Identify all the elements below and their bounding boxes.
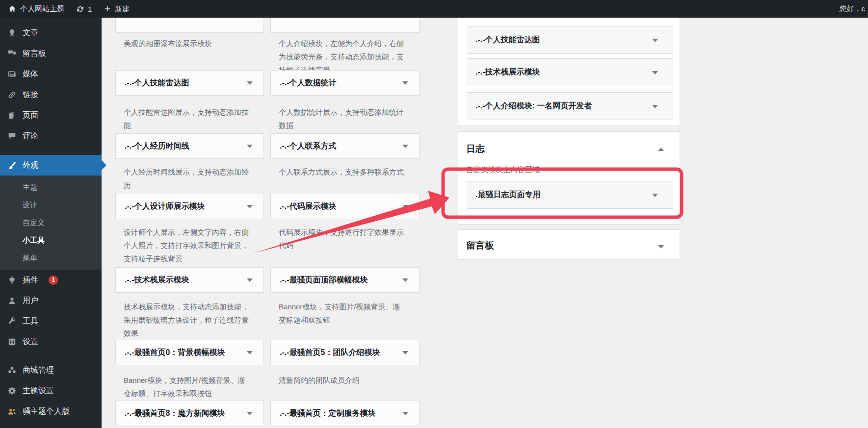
sidebar-item-label: 插件 [23,275,38,285]
sidebar-item-comments[interactable]: 评论 [0,126,102,146]
updates-indicator[interactable]: 1 [70,0,98,18]
widget-area-panel-top: .-.-个人技能雷达图.-.-技术栈展示模块.-.-个人介绍模块: 一名网页开发… [458,0,680,126]
menu-separator [0,146,102,155]
wrench-icon [7,317,17,326]
widget-title: .最骚日志页面专用 [467,190,540,200]
sidebar-item-appearance[interactable]: 外观 [0,155,102,176]
sidebar-item-sao-theme[interactable]: 骚主题个人版 [0,401,102,422]
available-widget-box[interactable]: .-.-个人数据统计 [270,70,420,96]
placed-widget-box[interactable]: .-.-个人技能雷达图 [467,26,673,54]
users-gold-icon [7,406,17,416]
update-icon [76,5,84,13]
available-widget-box[interactable]: .-.-代码展示模块 [270,194,420,219]
comment-icon [7,131,17,141]
available-widget-box[interactable]: .-.-技术栈展示模块 [115,267,264,293]
chevron-down-icon [402,145,408,148]
plugin-icon [7,275,17,285]
submenu-item-0[interactable]: 主题 [0,178,102,196]
widget-description: 个人数据统计展示，支持动态添加统计数据 [279,105,407,132]
chevron-down-icon [402,205,408,208]
submenu-item-1[interactable]: 设计 [0,196,102,214]
user-icon [7,296,17,305]
sidebar-item-label: 工具 [23,316,38,327]
placed-widget-box[interactable]: .-.-技术栈展示模块 [467,58,673,86]
chevron-down-icon [658,245,664,249]
chevron-down-icon [402,278,408,282]
sidebar-item-pages[interactable]: 页面 [0,105,102,126]
sliders-icon [7,337,17,347]
widget-description: 技术栈展示模块，支持动态添加技能，采用磨砂玻璃方块设计，粒子连线背景效果 [124,300,252,340]
sidebar-item-links[interactable]: 链接 [0,84,102,105]
admin-bar: 个人网站主题 1 新建 您好，c [0,0,868,18]
comment-icon [7,131,17,141]
new-label: 新建 [115,4,130,14]
appearance-submenu: 主题设计自定义小工具菜单 [0,176,102,270]
sidebar-item-settings[interactable]: 设置 [0,331,102,352]
sidebar-item-plugins[interactable]: 插件1 [0,270,102,290]
widget-title: .-.-个人介绍模块: 一名网页开发者 [467,101,592,111]
widget-area-message-board: 留言板 [458,229,680,260]
submenu-item-2[interactable]: 自定义 [0,214,102,231]
available-widget-box[interactable]: .-.-最骚首页：定制服务模块 [270,401,420,426]
widget-title: .-.-最骚首页0：背景横幅模块 [116,348,225,358]
available-widget-box[interactable]: .-.-个人技能雷达图 [115,70,264,96]
sidebar-item-label: 外观 [23,160,38,171]
widget-description: 个人经历时间线展示，支持动态添加经历 [124,165,252,192]
media-icon [7,70,17,79]
chevron-down-icon [402,81,408,85]
chevron-down-icon [652,194,658,197]
placed-widget-box[interactable]: .最骚日志页面专用 [467,181,673,209]
sidebar-item-label: 留言板 [23,49,46,59]
chevron-down-icon [402,412,408,415]
wrench-icon [7,316,17,326]
widget-title: .-.-技术栈展示模块 [467,67,540,77]
collapse-toggle[interactable] [655,242,665,252]
available-widget-box[interactable]: .-.-最骚首页0：背景横幅模块 [115,340,264,365]
chevron-down-icon [247,205,253,208]
widget-description: Banner模块，支持图片/视频背景、渐变标题和双按钮 [279,300,407,327]
widget-title: .-.-技术栈展示模块 [116,275,189,285]
chevron-down-icon [247,351,253,354]
available-widget-box[interactable]: .-.-最骚页面顶部横幅模块 [270,267,420,293]
comments-icon [7,49,17,58]
available-widget-box[interactable]: .-.-最骚首页5：团队介绍模块 [270,340,420,365]
circles-icon [7,366,17,375]
sidebar-item-message-board[interactable]: 留言板 [0,43,102,64]
sidebar-item-shop-manage[interactable]: 商城管理 [0,360,102,380]
sliders-icon [7,337,17,347]
home-icon [8,4,17,13]
collapse-toggle[interactable] [655,145,665,154]
available-widget-box[interactable]: .-.-个人联系方式 [270,133,420,159]
sidebar-item-label: 文章 [23,28,38,38]
available-widget-box[interactable]: .-.-最骚首页8：魔方新闻模块 [115,401,264,426]
gear-icon [7,386,17,396]
gear-icon [7,386,17,396]
widget-area-title: 日志 [466,143,485,155]
chevron-down-icon [247,81,253,85]
widgets-admin-page: 美观的相册瀑布流展示模块.-.-个人技能雷达图个人技能雷达图展示，支持动态添加技… [0,0,868,428]
sidebar-item-posts[interactable]: 文章 [0,23,102,43]
plus-icon [104,5,111,13]
placed-widget-box[interactable]: .-.-个人介绍模块: 一名网页开发者 [467,92,673,120]
brush-icon [7,161,17,170]
sidebar-item-theme-settings[interactable]: 主题设置 [0,380,102,401]
sidebar-item-users[interactable]: 用户 [0,290,102,311]
menu-separator [0,352,102,360]
admin-sidebar: 文章留言板媒体链接页面评论外观主题设计自定义小工具菜单插件1用户工具设置商城管理… [0,18,102,428]
sidebar-item-tools[interactable]: 工具 [0,311,102,331]
available-widget-box[interactable]: .-.-个人设计师展示模块 [115,194,264,219]
new-content-menu[interactable]: 新建 [98,0,135,18]
sidebar-item-label: 用户 [23,296,38,306]
widget-title: .-.-个人技能雷达图 [116,78,189,88]
available-widget-box[interactable]: .-.-个人经历时间线 [115,133,264,159]
comments-icon [7,49,17,58]
site-menu[interactable]: 个人网站主题 [0,0,70,18]
account-menu[interactable]: 您好，c [838,0,868,18]
chevron-down-icon [247,412,253,415]
submenu-item-widgets-current[interactable]: 小工具 [0,231,102,249]
submenu-item-4[interactable]: 菜单 [0,249,102,267]
chevron-down-icon [652,105,658,108]
widget-description: 个人技能雷达图展示，支持动态添加技能 [124,105,252,132]
sidebar-item-media[interactable]: 媒体 [0,64,102,84]
update-count-badge: 1 [49,276,58,285]
